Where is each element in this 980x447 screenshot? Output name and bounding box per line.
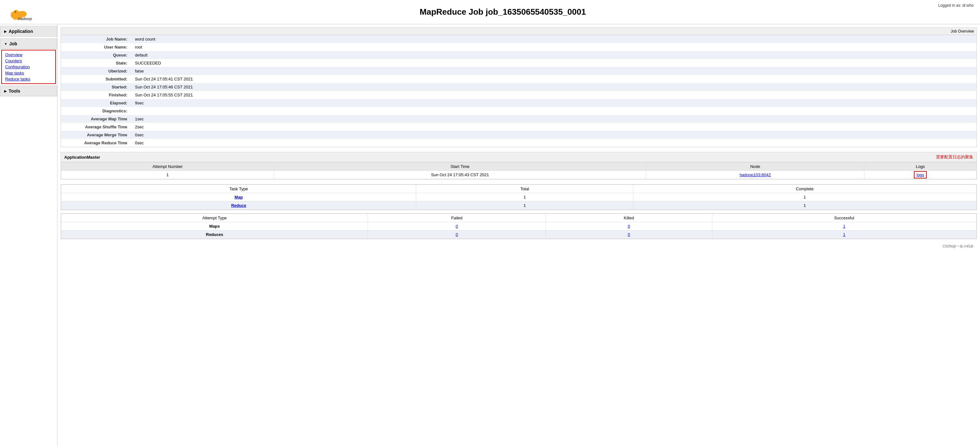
task-row: Reduce11	[61, 202, 977, 210]
attempt-row: Reduces001	[61, 231, 977, 239]
overview-row: State:SUCCEEDED	[61, 59, 977, 67]
am-col-logs: Logs	[864, 162, 977, 171]
am-col-node: Node	[646, 162, 864, 171]
task-type-link[interactable]: Map	[234, 195, 243, 200]
overview-row-value: 0sec	[131, 139, 977, 147]
sidebar-section-job: ▼ Job Overview Counters Configuration Ma…	[0, 38, 57, 84]
attempt-col-failed: Failed	[368, 214, 546, 222]
footer: CSDN@一名小码农	[61, 242, 977, 250]
job-label: Job	[9, 41, 17, 46]
content-area: Job Overview Job Name:word countUser Nam…	[57, 24, 980, 446]
sidebar-application-header[interactable]: ▶ Application	[0, 26, 57, 37]
overview-row-value: 1sec	[131, 115, 977, 123]
overview-row-value: SUCCEEDED	[131, 59, 977, 67]
task-type-link[interactable]: Reduce	[231, 203, 246, 208]
overview-row: Submitted:Sun Oct 24 17:05:41 CST 2021	[61, 75, 977, 83]
overview-row-label: Job Name:	[61, 35, 131, 43]
overview-row-value	[131, 107, 977, 115]
am-node: hadoop103:8042	[646, 171, 864, 179]
overview-row: Finished:Sun Oct 24 17:05:55 CST 2021	[61, 91, 977, 99]
job-overview-caption: Job Overview	[61, 27, 977, 35]
attempt-failed-link[interactable]: 0	[455, 224, 458, 229]
overview-row: Average Shuffle Time2sec	[61, 123, 977, 131]
am-header: ApplicationMaster 需要配置日志的聚集	[61, 152, 977, 162]
am-start-time: Sun Oct 24 17:05:43 CST 2021	[274, 171, 646, 179]
overview-row: Average Reduce Time0sec	[61, 139, 977, 147]
overview-row-label: Finished:	[61, 91, 131, 99]
attempt-summary-table: Attempt Type Failed Killed Successful Ma…	[61, 213, 977, 239]
task-type: Reduce	[61, 202, 416, 210]
sidebar-item-overview[interactable]: Overview	[4, 52, 53, 58]
am-title: ApplicationMaster	[64, 155, 100, 160]
overview-row-label: Queue:	[61, 51, 131, 59]
page-header: hadoop MapReduce Job job_1635065540535_0…	[0, 0, 980, 24]
sidebar-section-tools: ▶ Tools	[0, 86, 57, 96]
task-summary-table: Task Type Total Complete Map11Reduce11	[61, 185, 977, 210]
task-col-type: Task Type	[61, 185, 416, 193]
tools-label: Tools	[9, 88, 20, 94]
am-table-header-row: Attempt Number Start Time Node Logs	[61, 162, 977, 171]
overview-row-label: Uberized:	[61, 67, 131, 75]
overview-row: Queue:default	[61, 51, 977, 59]
page-title: MapReduce Job job_1635065540535_0001	[32, 7, 974, 17]
overview-row-label: Average Shuffle Time	[61, 123, 131, 131]
overview-row-value: word count	[131, 35, 977, 43]
attempt-failed-link[interactable]: 0	[455, 232, 458, 237]
overview-row-value: 0sec	[131, 131, 977, 139]
overview-row-value: false	[131, 67, 977, 75]
sidebar-item-counters[interactable]: Counters	[4, 58, 53, 64]
sidebar-job-header[interactable]: ▼ Job	[0, 38, 57, 49]
task-total: 1	[416, 193, 633, 202]
attempt-successful-link[interactable]: 1	[843, 224, 845, 229]
overview-row-label: State:	[61, 59, 131, 67]
overview-row: Started:Sun Oct 24 17:05:46 CST 2021	[61, 83, 977, 91]
logo: hadoop	[6, 3, 32, 21]
task-complete: 1	[633, 193, 976, 202]
application-label: Application	[9, 29, 33, 34]
attempt-killed-link[interactable]: 0	[628, 224, 630, 229]
overview-row: Average Merge Time0sec	[61, 131, 977, 139]
am-logs-cell: logs	[864, 171, 977, 179]
sidebar-item-reduce-tasks[interactable]: Reduce tasks	[4, 76, 53, 82]
attempt-col-successful: Successful	[712, 214, 976, 222]
task-row: Map11	[61, 193, 977, 202]
overview-row-value: default	[131, 51, 977, 59]
task-type: Map	[61, 193, 416, 202]
am-note: 需要配置日志的聚集	[936, 154, 973, 160]
application-master-section: ApplicationMaster 需要配置日志的聚集 Attempt Numb…	[61, 152, 977, 180]
svg-text:hadoop: hadoop	[18, 17, 32, 21]
sidebar-item-configuration[interactable]: Configuration	[4, 64, 53, 70]
svg-point-2	[13, 10, 19, 15]
am-col-start: Start Time	[274, 162, 646, 171]
attempt-failed: 0	[368, 231, 546, 239]
job-arrow: ▼	[4, 42, 7, 46]
overview-row-value: root	[131, 43, 977, 51]
attempt-col-killed: Killed	[546, 214, 712, 222]
overview-row-label: Average Merge Time	[61, 131, 131, 139]
sidebar: ▶ Application ▼ Job Overview Counters Co…	[0, 24, 57, 446]
overview-row-label: User Name:	[61, 43, 131, 51]
tools-arrow: ▶	[4, 89, 7, 93]
sidebar-job-nav: Overview Counters Configuration Map task…	[1, 50, 56, 84]
attempt-killed: 0	[546, 222, 712, 231]
am-node-link[interactable]: hadoop103:8042	[740, 172, 771, 177]
overview-row: Diagnostics:	[61, 107, 977, 115]
task-complete: 1	[633, 202, 976, 210]
overview-row-label: Average Reduce Time	[61, 139, 131, 147]
footer-text: CSDN@一名小码农	[943, 244, 974, 248]
am-logs-link[interactable]: logs	[914, 171, 927, 178]
overview-row-value: Sun Oct 24 17:05:41 CST 2021	[131, 75, 977, 83]
overview-row: Uberized:false	[61, 67, 977, 75]
overview-row-label: Diagnostics:	[61, 107, 131, 115]
am-row: 1Sun Oct 24 17:05:43 CST 2021hadoop103:8…	[61, 171, 977, 179]
sidebar-item-map-tasks[interactable]: Map tasks	[4, 70, 53, 76]
task-col-total: Total	[416, 185, 633, 193]
sidebar-tools-header[interactable]: ▶ Tools	[0, 86, 57, 96]
attempt-killed-link[interactable]: 0	[628, 232, 630, 237]
sidebar-section-application: ▶ Application	[0, 26, 57, 37]
overview-row-value: Sun Oct 24 17:05:55 CST 2021	[131, 91, 977, 99]
attempt-type: Reduces	[61, 231, 368, 239]
application-arrow: ▶	[4, 30, 7, 33]
attempt-successful-link[interactable]: 1	[843, 232, 845, 237]
svg-point-1	[18, 11, 27, 17]
